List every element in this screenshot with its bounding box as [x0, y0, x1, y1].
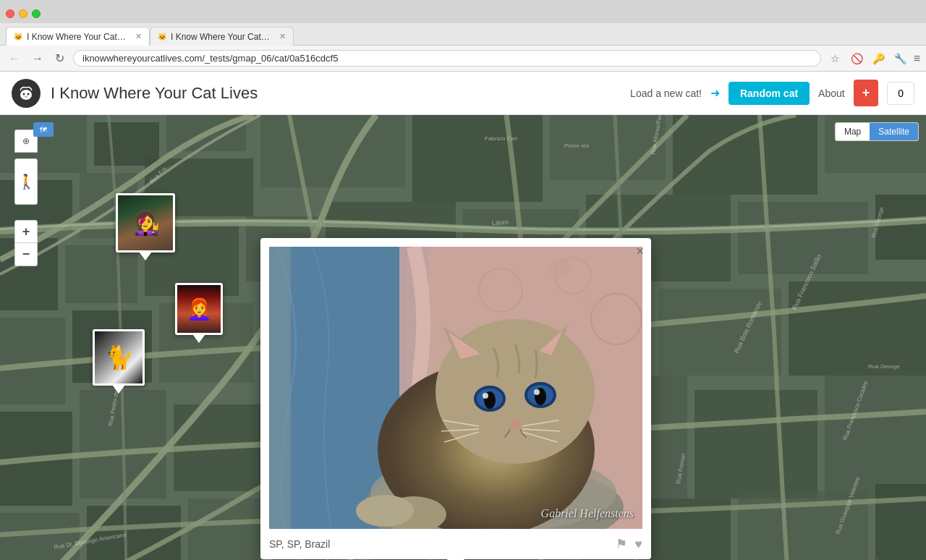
- popup-footer: SP, SP, Brazil ⚑ ♥: [260, 529, 651, 559]
- svg-rect-23: [738, 202, 868, 274]
- tab-2[interactable]: 🐱 I Know Where Your Cat Liv... ✕: [150, 27, 294, 46]
- svg-rect-40: [825, 376, 926, 499]
- tab-1[interactable]: 🐱 I Know Where Your Cat Liv... ✕: [6, 27, 150, 46]
- zoom-out-button[interactable]: −: [14, 243, 38, 266]
- forward-button[interactable]: →: [29, 51, 46, 67]
- svg-point-91: [483, 393, 488, 399]
- random-cat-button[interactable]: Random cat: [729, 82, 810, 105]
- flag-icon: ⚑: [616, 537, 627, 551]
- svg-text:Rua Francisco Salão: Rua Francisco Salão: [791, 253, 823, 311]
- tab-1-close[interactable]: ✕: [135, 32, 142, 41]
- svg-rect-13: [550, 115, 666, 180]
- tab-2-close[interactable]: ✕: [279, 32, 286, 41]
- tab-2-label: I Know Where Your Cat Liv...: [171, 32, 272, 42]
- browser-actions: ☆ 🚫 🔑 🔧 ≡: [827, 50, 920, 67]
- minimize-window-btn[interactable]: [19, 9, 27, 18]
- svg-rect-7: [166, 115, 246, 151]
- browser-chrome: 🐱 I Know Where Your Cat Liv... ✕ 🐱 I Kno…: [0, 0, 926, 72]
- ext-button[interactable]: 🔧: [892, 50, 909, 67]
- stop-button[interactable]: 🚫: [849, 50, 866, 67]
- popup-close-button[interactable]: ×: [636, 244, 644, 259]
- header-right: Load a new cat! ➜ Random cat About + 0: [630, 80, 914, 106]
- marker-3-image: 🐈: [104, 344, 133, 371]
- key-button[interactable]: 🔑: [870, 50, 888, 67]
- cat-marker-1[interactable]: 👩‍🎤: [116, 193, 175, 253]
- svg-rect-31: [658, 289, 781, 376]
- svg-rect-48: [875, 484, 926, 560]
- tab-2-favicon: 🐱: [158, 33, 166, 41]
- svg-point-94: [356, 495, 414, 527]
- marker-1-image: 👩‍🎤: [131, 209, 160, 237]
- photo-watermark: Gabriel Helfenstens: [541, 507, 634, 520]
- address-bar[interactable]: iknowwhereyourcatlives.com/_tests/gmap_0…: [73, 50, 821, 67]
- zoom-controls: + −: [14, 220, 38, 266]
- svg-text:Rua Afonso/Ferral: Rua Afonso/Ferral: [650, 115, 664, 155]
- marker-2-image: 👩‍🦰: [187, 297, 212, 321]
- refresh-button[interactable]: ↻: [52, 50, 67, 67]
- map-type-toggle: Map Satellite: [835, 122, 919, 141]
- popup-actions: ⚑ ♥: [616, 536, 642, 552]
- svg-rect-39: [694, 390, 817, 499]
- about-button[interactable]: About: [818, 88, 845, 99]
- heart-button[interactable]: ♥: [634, 537, 642, 552]
- svg-text:Rua George: Rua George: [870, 206, 885, 239]
- svg-text:Rua George: Rua George: [868, 363, 900, 370]
- popup-location: SP, SP, Brazil: [269, 538, 330, 550]
- svg-rect-33: [0, 412, 72, 506]
- heart-icon: ♥: [634, 537, 642, 551]
- svg-text:Rua Fra...: Rua Fra...: [148, 162, 171, 185]
- cat-marker-3[interactable]: 🐈: [93, 329, 145, 386]
- street-view-preview: 🗺: [33, 122, 54, 137]
- close-window-btn[interactable]: [6, 9, 14, 18]
- count-button[interactable]: 0: [887, 82, 914, 105]
- svg-rect-32: [789, 281, 926, 376]
- svg-text:Rua Henn...: Rua Henn...: [863, 554, 880, 560]
- zoom-in-button[interactable]: +: [14, 220, 38, 243]
- svg-text:Rua Giuseppe Valentini: Rua Giuseppe Valentini: [834, 476, 861, 535]
- svg-rect-35: [174, 404, 275, 491]
- load-cat-arrow-button[interactable]: ➜: [710, 86, 720, 100]
- popup-image-container: Gabriel Helfenstens: [260, 238, 651, 529]
- svg-rect-6: [94, 122, 159, 166]
- svg-rect-47: [738, 491, 868, 560]
- app-title: I Know Where Your Cat Lives: [51, 84, 630, 103]
- flag-button[interactable]: ⚑: [616, 536, 627, 552]
- tab-1-favicon: 🐱: [14, 33, 22, 41]
- svg-text:Rua Francesco Coradini: Rua Francesco Coradini: [841, 380, 869, 441]
- traffic-lights: [6, 9, 41, 18]
- back-button[interactable]: ←: [6, 51, 23, 67]
- svg-text:Rua Bois Romanov: Rua Bois Romanov: [733, 300, 763, 355]
- app-logo: [12, 79, 41, 108]
- cat-popup: ×: [260, 238, 651, 559]
- menu-button[interactable]: ≡: [914, 52, 920, 65]
- svg-text:Lauro: Lauro: [492, 219, 509, 226]
- cat-marker-2[interactable]: 👩‍🦰: [175, 283, 223, 335]
- map-type-map-button[interactable]: Map: [836, 123, 870, 140]
- svg-text:Rua Dr. Domingo Americano: Rua Dr. Domingo Americano: [54, 531, 127, 551]
- svg-text:Rua Fronan: Rua Fronan: [675, 453, 687, 484]
- map-type-satellite-button[interactable]: Satellite: [870, 123, 918, 140]
- load-new-cat-label: Load a new cat!: [630, 88, 702, 99]
- title-bar: [0, 0, 926, 23]
- svg-rect-34: [80, 390, 166, 499]
- street-view-control: 🚶: [14, 158, 38, 205]
- address-text: iknowwhereyourcatlives.com/_tests/gmap_0…: [82, 53, 338, 64]
- tab-1-label: I Know Where Your Cat Liv...: [27, 32, 128, 42]
- popup-cat-image: Gabriel Helfenstens: [269, 247, 642, 529]
- svg-text:Preze res: Preze res: [564, 143, 589, 149]
- svg-point-92: [534, 389, 540, 395]
- svg-point-1: [20, 90, 32, 100]
- logo-icon: [16, 83, 36, 103]
- address-bar-row: ← → ↻ iknowwhereyourcatlives.com/_tests/…: [0, 45, 926, 71]
- cat-photo-svg: [269, 247, 642, 529]
- maximize-window-btn[interactable]: [32, 9, 41, 18]
- svg-rect-42: [87, 506, 181, 560]
- svg-rect-11: [260, 115, 405, 187]
- tabs-bar: 🐱 I Know Where Your Cat Liv... ✕ 🐱 I Kno…: [0, 23, 926, 45]
- map-container[interactable]: Lauro Rua Fra... Rua Coronel... Rua Pedr…: [0, 115, 926, 560]
- svg-text:Fabrizio Cari: Fabrizio Cari: [485, 135, 518, 142]
- svg-rect-41: [0, 513, 80, 560]
- star-button[interactable]: ☆: [827, 50, 844, 67]
- pegman-button[interactable]: 🚶: [14, 158, 38, 205]
- add-button[interactable]: +: [854, 80, 879, 106]
